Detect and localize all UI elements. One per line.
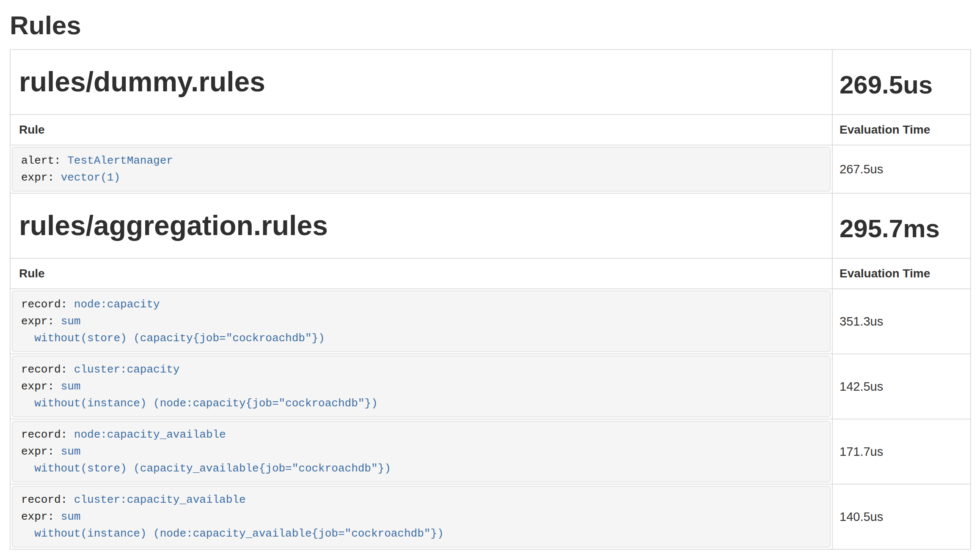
rule-cell: record: cluster:capacity expr: sum witho… [10, 354, 832, 419]
column-header-row: RuleEvaluation Time [10, 258, 971, 289]
rule-evaluation-time: 140.5us [832, 484, 971, 549]
rule-keyword: expr: [21, 315, 54, 328]
evaluation-time-column-header: Evaluation Time [832, 115, 971, 145]
rule-link[interactable]: node:capacity [74, 298, 160, 311]
rule-cell: record: node:capacity expr: sum without(… [10, 289, 832, 354]
rule-group-row: rules/dummy.rules269.5us [10, 49, 971, 115]
rules-page: Rules rules/dummy.rules269.5usRuleEvalua… [0, 0, 980, 559]
rules-table: rules/dummy.rules269.5usRuleEvaluation T… [10, 49, 971, 550]
rule-row: alert: TestAlertManager expr: vector(1)2… [10, 145, 971, 193]
column-header-row: RuleEvaluation Time [10, 115, 971, 145]
rule-keyword: record: [21, 363, 67, 376]
rule-column-header: Rule [10, 115, 832, 145]
rule-group-row: rules/aggregation.rules295.7ms [10, 193, 971, 258]
rule-link[interactable]: cluster:capacity [74, 363, 180, 376]
rule-definition: record: node:capacity_available expr: su… [12, 421, 831, 482]
group-file-cell: rules/dummy.rules [10, 49, 832, 115]
rule-row: record: cluster:capacity expr: sum witho… [10, 354, 971, 419]
evaluation-time-column-header: Evaluation Time [832, 258, 971, 289]
rule-link[interactable]: sum without(store) (capacity_available{j… [21, 445, 391, 475]
group-evaluation-cell: 269.5us [832, 49, 971, 115]
group-evaluation-time: 269.5us [840, 70, 970, 99]
rule-keyword: record: [21, 493, 67, 506]
rule-link[interactable]: cluster:capacity_available [74, 493, 246, 506]
rule-evaluation-time: 267.5us [832, 145, 971, 193]
rule-evaluation-time: 351.3us [832, 289, 971, 354]
rule-cell: record: node:capacity_available expr: su… [10, 419, 832, 484]
page-title: Rules [10, 11, 970, 40]
group-evaluation-time: 295.7ms [840, 214, 970, 243]
rule-link[interactable]: sum without(instance) (node:capacity{job… [21, 380, 378, 410]
rule-row: record: node:capacity_available expr: su… [10, 419, 971, 484]
rule-definition: record: cluster:capacity expr: sum witho… [12, 356, 831, 417]
rule-link[interactable]: sum without(instance) (node:capacity_ava… [21, 510, 444, 540]
rule-keyword: alert: [21, 154, 61, 167]
rule-cell: record: cluster:capacity_available expr:… [10, 484, 832, 549]
rule-row: record: cluster:capacity_available expr:… [10, 484, 971, 549]
rule-evaluation-time: 171.7us [832, 419, 971, 484]
group-file-name: rules/dummy.rules [19, 66, 832, 98]
rule-column-header: Rule [10, 258, 832, 289]
group-evaluation-cell: 295.7ms [832, 193, 971, 258]
rule-link[interactable]: sum without(store) (capacity{job="cockro… [21, 315, 325, 345]
group-file-name: rules/aggregation.rules [19, 210, 832, 242]
rule-keyword: record: [21, 298, 67, 311]
rule-link[interactable]: TestAlertManager [67, 154, 173, 167]
rule-link[interactable]: node:capacity_available [74, 428, 226, 441]
rule-cell: alert: TestAlertManager expr: vector(1) [10, 145, 832, 193]
rule-keyword: expr: [21, 445, 54, 458]
rule-keyword: expr: [21, 510, 54, 523]
group-file-cell: rules/aggregation.rules [10, 193, 832, 258]
rule-link[interactable]: vector(1) [61, 171, 120, 184]
rule-definition: alert: TestAlertManager expr: vector(1) [12, 147, 831, 192]
rule-keyword: expr: [21, 171, 54, 184]
rule-definition: record: node:capacity expr: sum without(… [12, 290, 831, 352]
rule-definition: record: cluster:capacity_available expr:… [12, 486, 831, 548]
rule-keyword: record: [21, 428, 67, 441]
rule-keyword: expr: [21, 380, 54, 393]
rule-row: record: node:capacity expr: sum without(… [10, 289, 971, 354]
rule-evaluation-time: 142.5us [832, 354, 971, 419]
